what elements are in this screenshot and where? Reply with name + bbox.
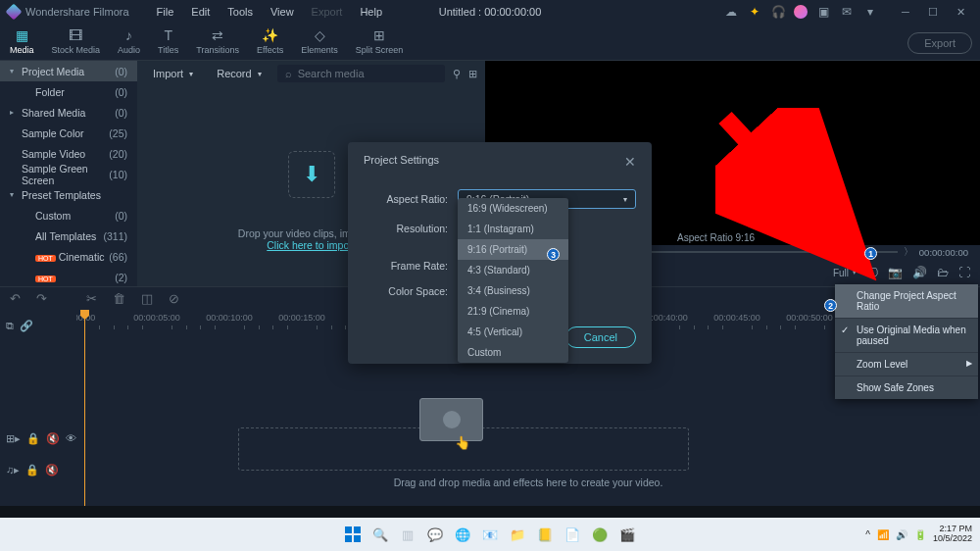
lock-icon[interactable]: 🔒 — [25, 464, 39, 476]
battery-icon[interactable]: 🔋 — [914, 529, 926, 540]
app-name: Wondershare Filmora — [25, 6, 129, 18]
mail-icon[interactable]: 📧 — [479, 524, 501, 545]
ctx-item[interactable]: ✓Use Original Media when paused — [835, 319, 978, 353]
expand-icon[interactable]: ⛶ — [958, 266, 970, 279]
visibility-icon[interactable]: 👁 — [66, 432, 76, 444]
sound-icon[interactable]: 🔊 — [896, 529, 907, 540]
tab-split-screen[interactable]: ⊞Split Screen — [354, 25, 406, 57]
app-icon[interactable]: 📄 — [562, 524, 583, 545]
tab-titles[interactable]: TTitles — [156, 25, 180, 57]
search-input[interactable]: ⌕ Search media — [277, 65, 445, 82]
aspect-option[interactable]: 4:3 (Standard) — [458, 260, 568, 280]
close-button[interactable]: ✕ — [949, 2, 972, 22]
speed-button[interactable]: ⊘ — [169, 291, 179, 306]
import-icon[interactable]: ⬇ — [288, 151, 335, 198]
sidebar-item[interactable]: Sample Color(25) — [0, 123, 137, 143]
aspect-option[interactable]: 16:9 (Widescreen) — [458, 198, 568, 219]
sidebar-item[interactable]: Custom(0) — [0, 205, 137, 225]
clock[interactable]: 2:17 PM10/5/2022 — [933, 525, 972, 544]
menu-export[interactable]: Export — [304, 4, 351, 20]
sidebar-item[interactable]: HOTCinematic(66) — [0, 246, 137, 267]
tray-chevron-icon[interactable]: ^ — [865, 529, 870, 540]
ctx-item[interactable]: Change Project Aspect Ratio — [835, 284, 978, 319]
filmora-icon[interactable]: 🎬 — [616, 524, 638, 545]
cut-button[interactable]: ✂ — [86, 291, 97, 306]
activity-icon[interactable]: ▣ — [815, 4, 831, 20]
aspect-option[interactable]: 1:1 (Instagram) — [458, 219, 568, 239]
cloud-icon[interactable]: ☁ — [723, 4, 739, 20]
tab-audio[interactable]: ♪Audio — [116, 25, 142, 57]
tab-media[interactable]: ▦Media — [8, 25, 36, 57]
notes-icon[interactable]: 📒 — [534, 524, 556, 545]
ctx-item[interactable]: Zoom Level▶ — [835, 353, 978, 376]
mute-icon[interactable]: 🔇 — [46, 432, 60, 445]
dragged-media-clip[interactable] — [419, 398, 483, 441]
windows-taskbar[interactable]: 🔍 ▥ 💬 🌐 📧 📁 📒 📄 🟢 🎬 ^ 📶 🔊 🔋 2:17 PM10/5/… — [0, 518, 980, 551]
undo-button[interactable]: ↶ — [10, 291, 21, 306]
menu-edit[interactable]: Edit — [183, 4, 218, 20]
mute-icon[interactable]: 🔇 — [45, 464, 59, 476]
svg-rect-5 — [354, 535, 361, 542]
delete-button[interactable]: 🗑 — [113, 291, 125, 306]
display-icon[interactable]: 🖵 — [866, 266, 878, 279]
record-dropdown[interactable]: Record ▾ — [209, 65, 269, 82]
sidebar-item[interactable]: Folder(0) — [0, 81, 137, 102]
video-track-icon[interactable]: ⊞▸ — [6, 432, 21, 445]
redo-button[interactable]: ↷ — [36, 291, 47, 306]
explorer-icon[interactable]: 📁 — [507, 524, 528, 545]
grid-icon[interactable]: ⊞ — [468, 68, 477, 80]
close-icon[interactable]: ✕ — [624, 154, 636, 170]
snapshot-icon[interactable]: 📷 — [888, 266, 903, 279]
message-icon[interactable]: ✉ — [839, 4, 855, 20]
start-button[interactable] — [342, 524, 364, 545]
filter-icon[interactable]: ⚲ — [453, 68, 461, 80]
cancel-button[interactable]: Cancel — [565, 326, 636, 348]
menu-tools[interactable]: Tools — [220, 4, 261, 20]
aspect-option[interactable]: 21:9 (Cinema) — [458, 301, 568, 322]
sidebar-item[interactable]: ▸Shared Media(0) — [0, 102, 137, 123]
search-icon[interactable]: 🔍 — [369, 524, 391, 545]
chat-icon[interactable]: 💬 — [424, 524, 446, 545]
colorspace-label: Color Space: — [364, 285, 458, 297]
sidebar-item[interactable]: HOT(2) — [0, 267, 137, 286]
tab-transitions[interactable]: ⇄Transitions — [194, 25, 241, 57]
audio-track-icon[interactable]: ♫▸ — [6, 464, 20, 476]
volume-icon[interactable]: 🔊 — [912, 266, 927, 279]
tips-icon[interactable]: ✦ — [747, 4, 762, 20]
link-icon[interactable]: 🔗 — [20, 320, 33, 332]
wifi-icon[interactable]: 📶 — [877, 529, 889, 540]
playhead[interactable] — [84, 310, 85, 506]
lock-icon[interactable]: 🔒 — [26, 432, 40, 445]
ctx-item[interactable]: Show Safe Zones — [835, 376, 978, 399]
import-link[interactable]: Click here to import — [267, 239, 355, 251]
chrome-icon[interactable]: 🟢 — [589, 524, 611, 545]
import-dropdown[interactable]: Import ▾ — [145, 65, 201, 82]
aspect-option[interactable]: 3:4 (Business) — [458, 280, 568, 301]
crop-button[interactable]: ◫ — [141, 291, 153, 306]
headset-icon[interactable]: 🎧 — [770, 4, 786, 20]
system-tray[interactable]: ^ 📶 🔊 🔋 2:17 PM10/5/2022 — [865, 525, 972, 544]
tab-effects[interactable]: ✨Effects — [255, 25, 285, 57]
zoom-dropdown[interactable]: Full ▾ — [833, 268, 857, 278]
tab-elements[interactable]: ◇Elements — [299, 25, 340, 57]
sidebar-item[interactable]: All Templates(311) — [0, 225, 137, 246]
menu-file[interactable]: File — [149, 4, 182, 20]
menu-help[interactable]: Help — [352, 4, 390, 20]
sidebar-item[interactable]: Sample Video(20) — [0, 143, 137, 164]
minimize-button[interactable]: ─ — [894, 2, 917, 22]
export-clip-icon[interactable]: 🗁 — [937, 266, 949, 279]
magnet-icon[interactable]: ⧉ — [6, 320, 14, 332]
sidebar-item[interactable]: ▾Preset Templates — [0, 184, 137, 205]
aspect-option[interactable]: 4:5 (Vertical) — [458, 322, 568, 342]
aspect-option[interactable]: Custom — [458, 342, 568, 363]
sidebar-item[interactable]: Sample Green Screen(10) — [0, 164, 137, 184]
taskview-icon[interactable]: ▥ — [397, 524, 418, 545]
sidebar-item[interactable]: ▾Project Media(0) — [0, 61, 137, 81]
maximize-button[interactable]: ☐ — [921, 2, 945, 22]
dropdown-icon[interactable]: ▾ — [862, 4, 878, 20]
tab-stock-media[interactable]: 🎞Stock Media — [50, 25, 103, 57]
edge-icon[interactable]: 🌐 — [452, 524, 473, 545]
export-button[interactable]: Export — [907, 32, 972, 54]
avatar[interactable] — [794, 5, 808, 19]
menu-view[interactable]: View — [263, 4, 302, 20]
